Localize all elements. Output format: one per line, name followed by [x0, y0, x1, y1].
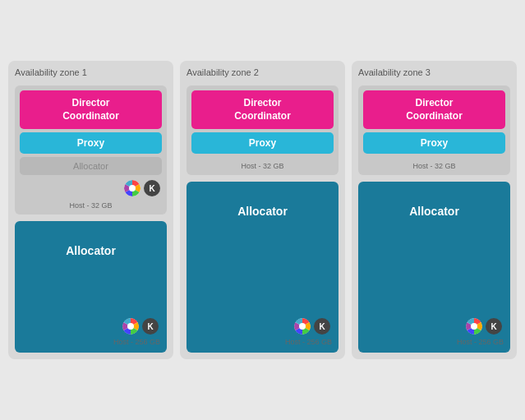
availability-zone-1: Availability zone 1 DirectorCoordinator … — [8, 61, 173, 359]
zone3-title: Availability zone 3 — [358, 67, 510, 77]
zone1-color-wheel-icon — [124, 180, 140, 196]
zone1-host-label: Host - 32 GB — [20, 200, 162, 210]
zone1-host-card: DirectorCoordinator Proxy Allocator — [15, 85, 167, 215]
zone2-allocator-host-label: Host - 256 GB — [285, 336, 332, 346]
zone1-director-coordinator: DirectorCoordinator — [20, 90, 162, 129]
zone1-host-icons: K — [20, 178, 162, 196]
zone1-allocator-card: Allocator — [15, 221, 167, 353]
zone2-title: Availability zone 2 — [187, 67, 338, 77]
zone1-k-icon: K — [144, 180, 160, 196]
zone3-allocator-icons: K — [466, 316, 504, 335]
zone1-allocator-color-wheel-icon — [122, 318, 139, 335]
zone3-allocator-bottom: K Host - 256 GB — [365, 316, 504, 346]
zone2-proxy: Proxy — [191, 132, 334, 154]
availability-zone-2: Availability zone 2 DirectorCoordinator … — [180, 61, 345, 359]
zone2-allocator-card: Allocator — [187, 182, 338, 353]
zone2-allocator-color-wheel-icon — [294, 318, 311, 335]
svg-point-5 — [299, 323, 306, 330]
availability-zone-3: Availability zone 3 DirectorCoordinator … — [352, 61, 517, 359]
zone1-allocator-icons: K — [122, 316, 160, 335]
zone1-allocator-host-label: Host - 256 GB — [113, 336, 160, 346]
zone2-allocator-icons: K — [294, 316, 332, 335]
zone1-title: Availability zone 1 — [15, 67, 167, 77]
zone1-allocator-k-icon: K — [142, 318, 159, 335]
zone3-proxy: Proxy — [363, 132, 505, 154]
zone2-host-label: Host - 32 GB — [191, 160, 334, 170]
zone3-host-card: DirectorCoordinator Proxy Host - 32 GB — [358, 85, 510, 175]
zone1-allocator-label: Allocator — [21, 244, 160, 257]
zone2-host-card: DirectorCoordinator Proxy Host - 32 GB — [187, 85, 338, 175]
zone2-allocator-bottom: K Host - 256 GB — [193, 316, 332, 346]
zone3-host-label: Host - 32 GB — [363, 160, 505, 170]
zone3-allocator-k-icon: K — [486, 318, 502, 335]
zone3-allocator-label: Allocator — [365, 205, 504, 218]
zone3-allocator-card: Allocator — [358, 182, 510, 353]
zone3-allocator-host-label: Host - 256 GB — [457, 336, 504, 346]
zone2-director-coordinator: DirectorCoordinator — [191, 90, 334, 129]
zone2-allocator-label: Allocator — [193, 205, 332, 218]
zone3-director-coordinator: DirectorCoordinator — [363, 90, 505, 129]
zones-container: Availability zone 1 DirectorCoordinator … — [8, 61, 517, 359]
zone2-allocator-k-icon: K — [314, 318, 330, 335]
zone1-allocator-bottom: K Host - 256 GB — [21, 316, 160, 346]
svg-point-1 — [129, 185, 136, 192]
svg-point-3 — [127, 323, 134, 330]
zone1-allocator-small: Allocator — [20, 157, 162, 175]
zone3-allocator-color-wheel-icon — [466, 318, 482, 335]
svg-point-7 — [471, 323, 477, 330]
zone1-proxy: Proxy — [20, 132, 162, 154]
